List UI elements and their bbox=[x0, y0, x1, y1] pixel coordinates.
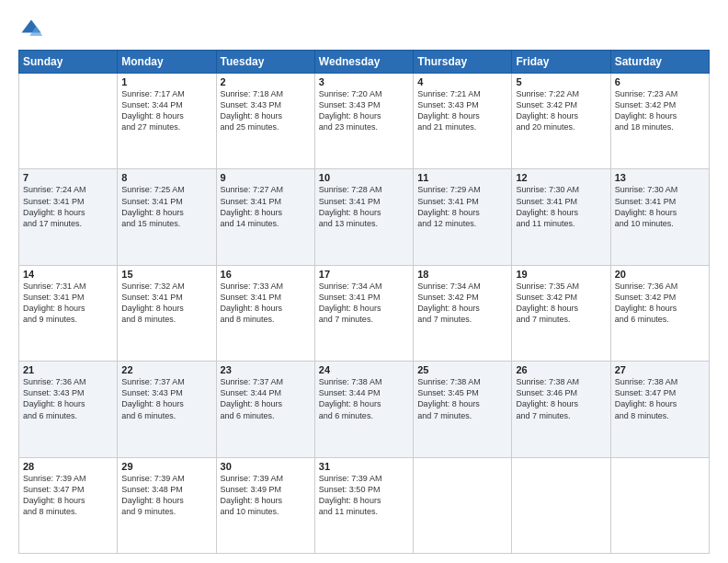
calendar-header-row: SundayMondayTuesdayWednesdayThursdayFrid… bbox=[19, 51, 710, 74]
day-number: 12 bbox=[516, 172, 606, 183]
calendar-cell bbox=[19, 74, 118, 169]
calendar-cell: 19Sunrise: 7:35 AM Sunset: 3:42 PM Dayli… bbox=[512, 265, 610, 361]
day-number: 9 bbox=[221, 172, 311, 183]
calendar-cell: 8Sunrise: 7:25 AM Sunset: 3:41 PM Daylig… bbox=[118, 169, 216, 265]
day-details: Sunrise: 7:35 AM Sunset: 3:42 PM Dayligh… bbox=[516, 281, 606, 326]
day-number: 5 bbox=[516, 76, 606, 87]
calendar-cell: 30Sunrise: 7:39 AM Sunset: 3:49 PM Dayli… bbox=[216, 457, 314, 553]
calendar-cell: 27Sunrise: 7:38 AM Sunset: 3:47 PM Dayli… bbox=[610, 362, 709, 457]
day-number: 29 bbox=[121, 461, 211, 472]
day-details: Sunrise: 7:37 AM Sunset: 3:44 PM Dayligh… bbox=[221, 376, 311, 421]
day-number: 18 bbox=[417, 269, 507, 280]
calendar-cell: 10Sunrise: 7:28 AM Sunset: 3:41 PM Dayli… bbox=[314, 169, 413, 265]
calendar-week-row: 7Sunrise: 7:24 AM Sunset: 3:41 PM Daylig… bbox=[19, 169, 710, 265]
calendar-cell: 29Sunrise: 7:39 AM Sunset: 3:48 PM Dayli… bbox=[118, 457, 216, 553]
day-number: 6 bbox=[615, 76, 705, 87]
day-number: 17 bbox=[319, 269, 409, 280]
day-number: 22 bbox=[121, 364, 211, 375]
day-number: 1 bbox=[121, 76, 211, 87]
day-details: Sunrise: 7:22 AM Sunset: 3:42 PM Dayligh… bbox=[516, 88, 606, 133]
day-details: Sunrise: 7:39 AM Sunset: 3:50 PM Dayligh… bbox=[319, 473, 409, 518]
header bbox=[18, 17, 710, 42]
calendar-cell bbox=[610, 457, 709, 553]
calendar-header-monday: Monday bbox=[118, 51, 216, 74]
calendar-cell: 7Sunrise: 7:24 AM Sunset: 3:41 PM Daylig… bbox=[19, 169, 118, 265]
day-details: Sunrise: 7:36 AM Sunset: 3:42 PM Dayligh… bbox=[615, 281, 705, 326]
day-number: 14 bbox=[23, 269, 113, 280]
calendar-cell: 1Sunrise: 7:17 AM Sunset: 3:44 PM Daylig… bbox=[118, 74, 216, 169]
day-details: Sunrise: 7:39 AM Sunset: 3:48 PM Dayligh… bbox=[121, 473, 211, 518]
day-details: Sunrise: 7:32 AM Sunset: 3:41 PM Dayligh… bbox=[121, 281, 211, 326]
calendar-header-sunday: Sunday bbox=[19, 51, 118, 74]
calendar-cell: 5Sunrise: 7:22 AM Sunset: 3:42 PM Daylig… bbox=[512, 74, 610, 169]
calendar-cell: 21Sunrise: 7:36 AM Sunset: 3:43 PM Dayli… bbox=[19, 362, 118, 457]
day-details: Sunrise: 7:38 AM Sunset: 3:44 PM Dayligh… bbox=[319, 376, 409, 421]
day-number: 4 bbox=[417, 76, 507, 87]
day-number: 21 bbox=[23, 364, 113, 375]
calendar-cell: 11Sunrise: 7:29 AM Sunset: 3:41 PM Dayli… bbox=[414, 169, 512, 265]
day-number: 28 bbox=[23, 461, 113, 472]
day-number: 3 bbox=[319, 76, 409, 87]
calendar-header-saturday: Saturday bbox=[610, 51, 709, 74]
day-number: 20 bbox=[615, 269, 705, 280]
calendar-cell: 2Sunrise: 7:18 AM Sunset: 3:43 PM Daylig… bbox=[216, 74, 314, 169]
day-details: Sunrise: 7:33 AM Sunset: 3:41 PM Dayligh… bbox=[221, 281, 311, 326]
calendar-cell: 13Sunrise: 7:30 AM Sunset: 3:41 PM Dayli… bbox=[610, 169, 709, 265]
day-details: Sunrise: 7:27 AM Sunset: 3:41 PM Dayligh… bbox=[221, 184, 311, 229]
calendar-cell: 9Sunrise: 7:27 AM Sunset: 3:41 PM Daylig… bbox=[216, 169, 314, 265]
day-number: 25 bbox=[417, 364, 507, 375]
calendar-cell: 22Sunrise: 7:37 AM Sunset: 3:43 PM Dayli… bbox=[118, 362, 216, 457]
calendar-header-friday: Friday bbox=[512, 51, 610, 74]
calendar-header-thursday: Thursday bbox=[414, 51, 512, 74]
calendar-week-row: 21Sunrise: 7:36 AM Sunset: 3:43 PM Dayli… bbox=[19, 362, 710, 457]
calendar-cell: 3Sunrise: 7:20 AM Sunset: 3:43 PM Daylig… bbox=[314, 74, 413, 169]
day-number: 16 bbox=[221, 269, 311, 280]
calendar-week-row: 14Sunrise: 7:31 AM Sunset: 3:41 PM Dayli… bbox=[19, 265, 710, 361]
logo-icon bbox=[18, 17, 44, 42]
day-details: Sunrise: 7:30 AM Sunset: 3:41 PM Dayligh… bbox=[615, 184, 705, 229]
calendar-cell: 18Sunrise: 7:34 AM Sunset: 3:42 PM Dayli… bbox=[414, 265, 512, 361]
day-number: 26 bbox=[516, 364, 606, 375]
day-number: 11 bbox=[417, 172, 507, 183]
day-details: Sunrise: 7:30 AM Sunset: 3:41 PM Dayligh… bbox=[516, 184, 606, 229]
day-number: 13 bbox=[615, 172, 705, 183]
calendar-cell: 28Sunrise: 7:39 AM Sunset: 3:47 PM Dayli… bbox=[19, 457, 118, 553]
day-details: Sunrise: 7:17 AM Sunset: 3:44 PM Dayligh… bbox=[121, 88, 211, 133]
calendar-header-wednesday: Wednesday bbox=[314, 51, 413, 74]
calendar-cell: 31Sunrise: 7:39 AM Sunset: 3:50 PM Dayli… bbox=[314, 457, 413, 553]
calendar-cell bbox=[414, 457, 512, 553]
day-number: 15 bbox=[121, 269, 211, 280]
day-details: Sunrise: 7:34 AM Sunset: 3:42 PM Dayligh… bbox=[417, 281, 507, 326]
day-details: Sunrise: 7:24 AM Sunset: 3:41 PM Dayligh… bbox=[23, 184, 113, 229]
calendar-cell: 24Sunrise: 7:38 AM Sunset: 3:44 PM Dayli… bbox=[314, 362, 413, 457]
day-details: Sunrise: 7:29 AM Sunset: 3:41 PM Dayligh… bbox=[417, 184, 507, 229]
day-details: Sunrise: 7:37 AM Sunset: 3:43 PM Dayligh… bbox=[121, 376, 211, 421]
day-number: 2 bbox=[221, 76, 311, 87]
page: SundayMondayTuesdayWednesdayThursdayFrid… bbox=[0, 0, 728, 563]
calendar-table: SundayMondayTuesdayWednesdayThursdayFrid… bbox=[18, 50, 710, 554]
day-number: 27 bbox=[615, 364, 705, 375]
day-details: Sunrise: 7:31 AM Sunset: 3:41 PM Dayligh… bbox=[23, 281, 113, 326]
calendar-cell: 25Sunrise: 7:38 AM Sunset: 3:45 PM Dayli… bbox=[414, 362, 512, 457]
calendar-cell: 4Sunrise: 7:21 AM Sunset: 3:43 PM Daylig… bbox=[414, 74, 512, 169]
calendar-cell: 20Sunrise: 7:36 AM Sunset: 3:42 PM Dayli… bbox=[610, 265, 709, 361]
day-number: 19 bbox=[516, 269, 606, 280]
day-number: 30 bbox=[221, 461, 311, 472]
calendar-cell: 23Sunrise: 7:37 AM Sunset: 3:44 PM Dayli… bbox=[216, 362, 314, 457]
day-number: 31 bbox=[319, 461, 409, 472]
calendar-week-row: 1Sunrise: 7:17 AM Sunset: 3:44 PM Daylig… bbox=[19, 74, 710, 169]
calendar-cell: 17Sunrise: 7:34 AM Sunset: 3:41 PM Dayli… bbox=[314, 265, 413, 361]
calendar-cell: 16Sunrise: 7:33 AM Sunset: 3:41 PM Dayli… bbox=[216, 265, 314, 361]
day-number: 24 bbox=[319, 364, 409, 375]
day-details: Sunrise: 7:38 AM Sunset: 3:46 PM Dayligh… bbox=[516, 376, 606, 421]
day-number: 10 bbox=[319, 172, 409, 183]
calendar-week-row: 28Sunrise: 7:39 AM Sunset: 3:47 PM Dayli… bbox=[19, 457, 710, 553]
day-details: Sunrise: 7:28 AM Sunset: 3:41 PM Dayligh… bbox=[319, 184, 409, 229]
day-details: Sunrise: 7:38 AM Sunset: 3:47 PM Dayligh… bbox=[615, 376, 705, 421]
day-details: Sunrise: 7:38 AM Sunset: 3:45 PM Dayligh… bbox=[417, 376, 507, 421]
logo bbox=[18, 17, 48, 42]
day-number: 8 bbox=[121, 172, 211, 183]
day-number: 23 bbox=[221, 364, 311, 375]
day-details: Sunrise: 7:25 AM Sunset: 3:41 PM Dayligh… bbox=[121, 184, 211, 229]
day-details: Sunrise: 7:18 AM Sunset: 3:43 PM Dayligh… bbox=[221, 88, 311, 133]
